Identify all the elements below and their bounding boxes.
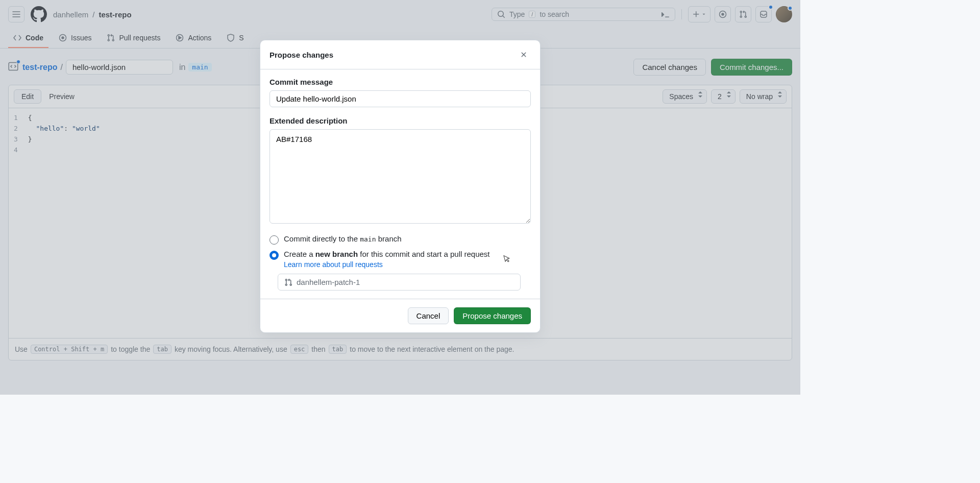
commit-message-label: Commit message [270, 78, 531, 86]
modal-body: Commit message Extended description AB#1… [260, 69, 540, 299]
git-branch-icon [284, 278, 292, 286]
modal-cancel-button[interactable]: Cancel [408, 307, 449, 324]
modal-title: Propose changes [270, 51, 333, 59]
radio-button-checked[interactable] [270, 251, 279, 260]
modal-footer: Cancel Propose changes [260, 299, 540, 332]
extended-description-label: Extended description [270, 116, 531, 125]
modal-close-button[interactable] [517, 47, 531, 62]
radio-commit-direct[interactable]: Commit directly to the main branch [270, 234, 531, 245]
modal-header: Propose changes [260, 40, 540, 69]
learn-more-link[interactable]: Learn more about pull requests [284, 260, 490, 269]
commit-target-radio-group: Commit directly to the main branch Creat… [270, 234, 531, 269]
modal-propose-button[interactable]: Propose changes [454, 307, 531, 324]
branch-name-input[interactable] [297, 278, 514, 286]
close-icon [520, 51, 528, 59]
propose-changes-modal: Propose changes Commit message Extended … [260, 40, 541, 333]
commit-message-input[interactable] [270, 90, 531, 107]
radio-button[interactable] [270, 235, 279, 245]
radio-create-branch[interactable]: Create a new branch for this commit and … [270, 250, 531, 269]
radio-label-direct: Commit directly to the main branch [284, 234, 402, 243]
radio-label-branch: Create a new branch for this commit and … [284, 250, 490, 269]
extended-description-textarea[interactable]: AB#17168 [270, 129, 531, 224]
branch-name-input-wrapper [278, 274, 521, 291]
